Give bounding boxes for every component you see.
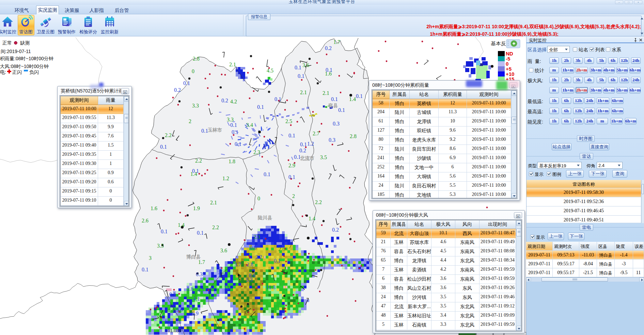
svg-text:1.7: 1.7 [198,259,205,265]
svg-text:3.3: 3.3 [227,117,234,122]
svg-text:2.8: 2.8 [247,262,253,267]
svg-text:3.6: 3.6 [302,62,309,68]
svg-text:3.4: 3.4 [246,122,253,128]
svg-text:1.4: 1.4 [309,216,315,221]
svg-text:0.1: 0.1 [288,133,295,138]
svg-text:正常: 正常 [2,40,12,46]
svg-text:0.3: 0.3 [333,121,340,127]
svg-text:2.6: 2.6 [142,218,148,223]
svg-text:2.1: 2.1 [210,200,217,205]
svg-text:0.8: 0.8 [250,245,256,250]
svg-text:2.2: 2.2 [255,254,262,260]
svg-text:0.1: 0.1 [257,104,264,110]
svg-text:1.7: 1.7 [333,39,340,45]
svg-text:2.2: 2.2 [315,199,322,205]
svg-text:2.8: 2.8 [350,133,357,139]
svg-text:0.1: 0.1 [232,129,238,135]
svg-text:2: 2 [189,118,191,124]
svg-text:0.1: 0.1 [344,258,350,264]
svg-text:0.1: 0.1 [298,73,304,79]
svg-text:容县: 容县 [328,103,338,108]
svg-text:2.7: 2.7 [313,131,319,136]
svg-text:博白县: 博白县 [186,254,201,259]
svg-text:基本反: 基本反 [491,40,506,46]
svg-text:0.1: 0.1 [338,107,345,113]
svg-text:0.1: 0.1 [264,171,270,177]
svg-text:0.1: 0.1 [201,128,208,134]
svg-text:1.4: 1.4 [349,96,356,102]
svg-text:正闪: 正闪 [12,69,22,75]
svg-text:0.2: 0.2 [299,148,306,153]
svg-text:0: 0 [257,196,260,201]
svg-text:3.5: 3.5 [320,154,327,160]
svg-text:0.1: 0.1 [169,291,176,297]
svg-text:0.1: 0.1 [161,229,168,234]
svg-text:积雨量:08时~10时00分钟: 积雨量:08时~10时00分钟 [0,56,53,61]
svg-text:2.1: 2.1 [229,62,236,67]
svg-text:2: 2 [292,193,295,199]
svg-text:缺测: 缺测 [20,40,30,46]
svg-text:负闪: 负闪 [29,69,39,75]
svg-text:2.5: 2.5 [285,118,292,124]
svg-text:2.2: 2.2 [212,224,219,230]
svg-text:6.9: 6.9 [192,311,199,316]
svg-text:0.2: 0.2 [174,87,181,93]
svg-text:北流市: 北流市 [300,155,314,161]
svg-text:玉林市: 玉林市 [207,127,222,133]
svg-text:0.1: 0.1 [294,154,301,160]
svg-text:0.1: 0.1 [197,230,204,236]
svg-text:2.2: 2.2 [165,132,172,138]
svg-text:0.2: 0.2 [221,98,228,103]
svg-text:4.2: 4.2 [230,99,237,104]
svg-text:0.1: 0.1 [142,267,148,272]
svg-text:2.3: 2.3 [253,234,260,240]
svg-text:0.1: 0.1 [326,67,332,73]
svg-text:1.8: 1.8 [187,286,193,292]
svg-text:0.1: 0.1 [295,65,301,70]
svg-text:2.3: 2.3 [253,149,260,155]
svg-text:0.1: 0.1 [356,93,363,99]
svg-text:0.1: 0.1 [235,141,241,147]
svg-text:3.3: 3.3 [218,272,225,278]
svg-text:0.3: 0.3 [329,137,335,143]
svg-text:1.2: 1.2 [307,141,314,147]
svg-text:0.1: 0.1 [183,80,190,86]
svg-text:0.1: 0.1 [274,258,281,264]
svg-text:3.3: 3.3 [192,103,199,108]
svg-text:1.6: 1.6 [151,205,157,211]
svg-text:0: 0 [192,68,194,74]
svg-text:4.4: 4.4 [167,307,174,313]
svg-text:3.6: 3.6 [220,248,227,253]
svg-text:0.2: 0.2 [325,45,332,51]
svg-text:4.1: 4.1 [193,296,200,302]
svg-text:9.2: 9.2 [187,304,194,309]
svg-text:0.1: 0.1 [300,141,307,147]
svg-text:0.2: 0.2 [332,227,339,233]
svg-text:3: 3 [149,255,152,261]
svg-text:0.1: 0.1 [192,168,199,174]
svg-text:陆川县: 陆川县 [258,215,272,220]
svg-text:2.1: 2.1 [323,90,329,96]
svg-text:0.1: 0.1 [288,174,295,180]
svg-text:4.7: 4.7 [198,287,204,293]
svg-text:-11.039: -11.039 [166,328,182,333]
svg-text:2.1: 2.1 [300,89,307,95]
svg-text:1.4: 1.4 [178,222,185,228]
svg-text:0.3: 0.3 [196,271,203,277]
svg-text:11.3: 11.3 [266,284,275,290]
svg-text:2.6: 2.6 [278,246,285,252]
svg-text:大风:08时~10时00分钟: 大风:08时~10时00分钟 [0,64,49,69]
svg-text:1.2: 1.2 [222,175,229,181]
svg-text:0.1: 0.1 [331,96,338,102]
svg-text:0.1: 0.1 [274,96,281,102]
svg-text:0.1: 0.1 [160,144,167,150]
svg-text:12: 12 [224,285,229,291]
svg-text:1.8: 1.8 [229,158,235,164]
svg-text:9.6: 9.6 [176,307,183,313]
svg-text:5.3: 5.3 [246,277,253,283]
svg-text:2.2: 2.2 [195,158,202,164]
svg-text:10: 10 [164,319,170,324]
svg-text:4.5: 4.5 [267,68,273,73]
svg-text:1.9: 1.9 [193,205,200,211]
svg-text:3.7: 3.7 [234,262,241,267]
